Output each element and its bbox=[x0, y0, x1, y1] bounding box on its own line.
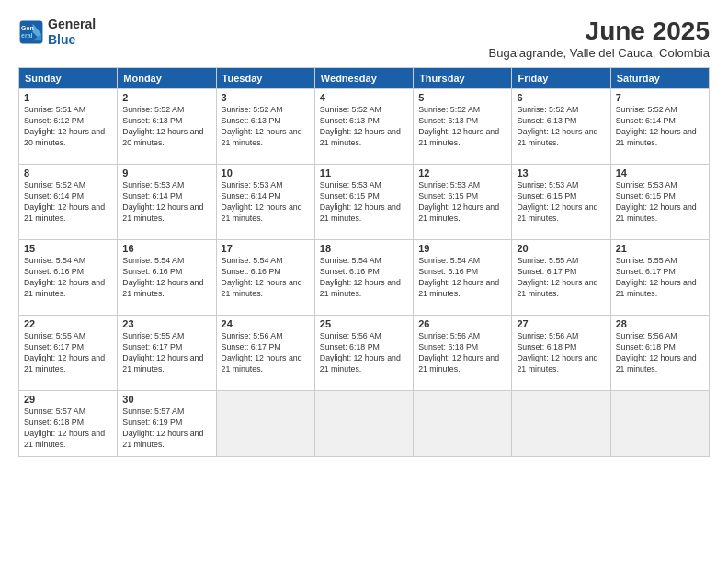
header-monday: Monday bbox=[118, 68, 216, 89]
day-info: Sunrise: 5:56 AM Sunset: 6:18 PM Dayligh… bbox=[320, 331, 408, 375]
calendar-header-row: Sunday Monday Tuesday Wednesday Thursday… bbox=[19, 68, 710, 89]
day-info: Sunrise: 5:56 AM Sunset: 6:18 PM Dayligh… bbox=[517, 331, 605, 375]
table-row bbox=[512, 391, 610, 457]
day-number: 15 bbox=[24, 243, 112, 254]
table-row: 18 Sunrise: 5:54 AM Sunset: 6:16 PM Dayl… bbox=[314, 240, 413, 316]
day-info: Sunrise: 5:54 AM Sunset: 6:16 PM Dayligh… bbox=[320, 256, 408, 300]
table-row: 28 Sunrise: 5:56 AM Sunset: 6:18 PM Dayl… bbox=[610, 316, 709, 391]
day-number: 19 bbox=[418, 243, 506, 254]
calendar: Sunday Monday Tuesday Wednesday Thursday… bbox=[18, 67, 710, 457]
day-info: Sunrise: 5:52 AM Sunset: 6:13 PM Dayligh… bbox=[517, 105, 605, 149]
table-row: 25 Sunrise: 5:56 AM Sunset: 6:18 PM Dayl… bbox=[314, 316, 413, 391]
day-number: 7 bbox=[616, 92, 704, 103]
day-info: Sunrise: 5:52 AM Sunset: 6:13 PM Dayligh… bbox=[122, 105, 210, 149]
day-number: 14 bbox=[616, 167, 704, 178]
day-info: Sunrise: 5:51 AM Sunset: 6:12 PM Dayligh… bbox=[24, 105, 112, 149]
calendar-week-row: 15 Sunrise: 5:54 AM Sunset: 6:16 PM Dayl… bbox=[19, 240, 710, 316]
calendar-week-row: 29 Sunrise: 5:57 AM Sunset: 6:18 PM Dayl… bbox=[19, 391, 710, 457]
day-info: Sunrise: 5:55 AM Sunset: 6:17 PM Dayligh… bbox=[24, 331, 112, 375]
table-row: 5 Sunrise: 5:52 AM Sunset: 6:13 PM Dayli… bbox=[414, 89, 512, 165]
day-number: 30 bbox=[122, 394, 210, 405]
svg-text:Gen: Gen bbox=[21, 25, 34, 31]
table-row bbox=[610, 391, 709, 457]
day-info: Sunrise: 5:53 AM Sunset: 6:14 PM Dayligh… bbox=[122, 180, 210, 224]
day-info: Sunrise: 5:54 AM Sunset: 6:16 PM Dayligh… bbox=[122, 256, 210, 300]
day-info: Sunrise: 5:54 AM Sunset: 6:16 PM Dayligh… bbox=[24, 256, 112, 300]
day-info: Sunrise: 5:56 AM Sunset: 6:17 PM Dayligh… bbox=[222, 331, 310, 375]
table-row: 11 Sunrise: 5:53 AM Sunset: 6:15 PM Dayl… bbox=[314, 165, 413, 240]
table-row: 21 Sunrise: 5:55 AM Sunset: 6:17 PM Dayl… bbox=[610, 240, 709, 316]
table-row: 20 Sunrise: 5:55 AM Sunset: 6:17 PM Dayl… bbox=[512, 240, 610, 316]
day-number: 6 bbox=[517, 92, 605, 103]
table-row: 6 Sunrise: 5:52 AM Sunset: 6:13 PM Dayli… bbox=[512, 89, 610, 165]
table-row: 15 Sunrise: 5:54 AM Sunset: 6:16 PM Dayl… bbox=[19, 240, 118, 316]
table-row: 7 Sunrise: 5:52 AM Sunset: 6:14 PM Dayli… bbox=[610, 89, 709, 165]
day-number: 18 bbox=[320, 243, 408, 254]
day-info: Sunrise: 5:52 AM Sunset: 6:13 PM Dayligh… bbox=[222, 105, 310, 149]
day-number: 1 bbox=[24, 92, 112, 103]
day-number: 28 bbox=[616, 318, 704, 329]
logo: Gen eral General Blue bbox=[18, 17, 96, 48]
day-info: Sunrise: 5:53 AM Sunset: 6:15 PM Dayligh… bbox=[616, 180, 704, 224]
day-info: Sunrise: 5:53 AM Sunset: 6:15 PM Dayligh… bbox=[517, 180, 605, 224]
table-row: 3 Sunrise: 5:52 AM Sunset: 6:13 PM Dayli… bbox=[216, 89, 314, 165]
table-row: 23 Sunrise: 5:55 AM Sunset: 6:17 PM Dayl… bbox=[118, 316, 216, 391]
table-row: 2 Sunrise: 5:52 AM Sunset: 6:13 PM Dayli… bbox=[118, 89, 216, 165]
day-info: Sunrise: 5:55 AM Sunset: 6:17 PM Dayligh… bbox=[616, 256, 704, 300]
table-row: 29 Sunrise: 5:57 AM Sunset: 6:18 PM Dayl… bbox=[19, 391, 118, 457]
day-number: 22 bbox=[24, 318, 112, 329]
page: Gen eral General Blue June 2025 Bugalagr… bbox=[0, 0, 728, 563]
day-info: Sunrise: 5:55 AM Sunset: 6:17 PM Dayligh… bbox=[517, 256, 605, 300]
table-row: 22 Sunrise: 5:55 AM Sunset: 6:17 PM Dayl… bbox=[19, 316, 118, 391]
day-number: 10 bbox=[222, 167, 310, 178]
table-row: 24 Sunrise: 5:56 AM Sunset: 6:17 PM Dayl… bbox=[216, 316, 314, 391]
table-row: 12 Sunrise: 5:53 AM Sunset: 6:15 PM Dayl… bbox=[414, 165, 512, 240]
table-row bbox=[414, 391, 512, 457]
logo-line2: Blue bbox=[48, 32, 96, 48]
calendar-week-row: 22 Sunrise: 5:55 AM Sunset: 6:17 PM Dayl… bbox=[19, 316, 710, 391]
subtitle: Bugalagrande, Valle del Cauca, Colombia bbox=[489, 46, 710, 60]
day-number: 13 bbox=[517, 167, 605, 178]
table-row: 10 Sunrise: 5:53 AM Sunset: 6:14 PM Dayl… bbox=[216, 165, 314, 240]
day-number: 8 bbox=[24, 167, 112, 178]
table-row: 8 Sunrise: 5:52 AM Sunset: 6:14 PM Dayli… bbox=[19, 165, 118, 240]
day-info: Sunrise: 5:54 AM Sunset: 6:16 PM Dayligh… bbox=[418, 256, 506, 300]
table-row bbox=[314, 391, 413, 457]
table-row: 27 Sunrise: 5:56 AM Sunset: 6:18 PM Dayl… bbox=[512, 316, 610, 391]
day-number: 4 bbox=[320, 92, 408, 103]
header: Gen eral General Blue June 2025 Bugalagr… bbox=[18, 17, 710, 60]
day-number: 2 bbox=[122, 92, 210, 103]
day-number: 24 bbox=[222, 318, 310, 329]
table-row: 26 Sunrise: 5:56 AM Sunset: 6:18 PM Dayl… bbox=[414, 316, 512, 391]
table-row: 4 Sunrise: 5:52 AM Sunset: 6:13 PM Dayli… bbox=[314, 89, 413, 165]
calendar-week-row: 1 Sunrise: 5:51 AM Sunset: 6:12 PM Dayli… bbox=[19, 89, 710, 165]
header-friday: Friday bbox=[512, 68, 610, 89]
table-row: 9 Sunrise: 5:53 AM Sunset: 6:14 PM Dayli… bbox=[118, 165, 216, 240]
day-number: 17 bbox=[222, 243, 310, 254]
table-row: 16 Sunrise: 5:54 AM Sunset: 6:16 PM Dayl… bbox=[118, 240, 216, 316]
day-number: 3 bbox=[222, 92, 310, 103]
table-row: 19 Sunrise: 5:54 AM Sunset: 6:16 PM Dayl… bbox=[414, 240, 512, 316]
header-wednesday: Wednesday bbox=[314, 68, 413, 89]
header-thursday: Thursday bbox=[414, 68, 512, 89]
day-info: Sunrise: 5:52 AM Sunset: 6:14 PM Dayligh… bbox=[616, 105, 704, 149]
table-row: 1 Sunrise: 5:51 AM Sunset: 6:12 PM Dayli… bbox=[19, 89, 118, 165]
day-number: 23 bbox=[122, 318, 210, 329]
day-info: Sunrise: 5:57 AM Sunset: 6:18 PM Dayligh… bbox=[24, 407, 112, 451]
day-number: 11 bbox=[320, 167, 408, 178]
svg-text:eral: eral bbox=[21, 32, 33, 39]
table-row: 17 Sunrise: 5:54 AM Sunset: 6:16 PM Dayl… bbox=[216, 240, 314, 316]
table-row: 14 Sunrise: 5:53 AM Sunset: 6:15 PM Dayl… bbox=[610, 165, 709, 240]
day-info: Sunrise: 5:53 AM Sunset: 6:15 PM Dayligh… bbox=[418, 180, 506, 224]
logo-line1: General bbox=[48, 17, 96, 32]
table-row: 30 Sunrise: 5:57 AM Sunset: 6:19 PM Dayl… bbox=[118, 391, 216, 457]
day-info: Sunrise: 5:54 AM Sunset: 6:16 PM Dayligh… bbox=[222, 256, 310, 300]
day-number: 25 bbox=[320, 318, 408, 329]
title-block: June 2025 Bugalagrande, Valle del Cauca,… bbox=[489, 17, 710, 60]
day-number: 9 bbox=[122, 167, 210, 178]
day-info: Sunrise: 5:56 AM Sunset: 6:18 PM Dayligh… bbox=[616, 331, 704, 375]
day-number: 16 bbox=[122, 243, 210, 254]
day-number: 27 bbox=[517, 318, 605, 329]
day-number: 20 bbox=[517, 243, 605, 254]
day-info: Sunrise: 5:56 AM Sunset: 6:18 PM Dayligh… bbox=[418, 331, 506, 375]
